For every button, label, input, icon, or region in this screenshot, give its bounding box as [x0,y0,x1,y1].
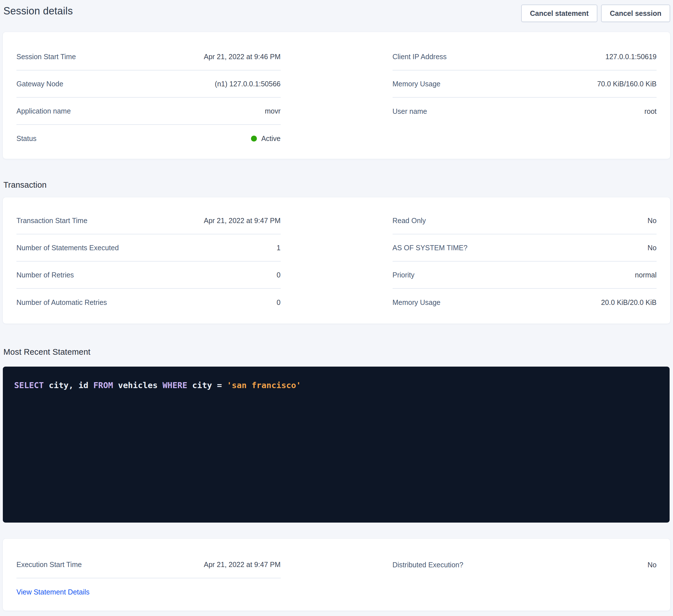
execution-right-column: Distributed Execution? No [393,551,657,606]
sql-statement-box: SELECT city, id FROM vehicles WHERE city… [3,367,670,523]
sql-text: vehicles [113,380,163,390]
view-statement-details-row: View Statement Details [16,578,281,606]
row-label: Number of Retries [16,271,74,279]
priority-row: Priority normal [393,262,657,289]
row-value: No [648,244,657,252]
gateway-node-row: Gateway Node (n1) 127.0.0.1:50566 [16,70,281,98]
gateway-node-link[interactable]: (n1) 127.0.0.1:50566 [215,80,280,88]
row-value: Apr 21, 2022 at 9:47 PM [204,217,280,225]
cancel-statement-button[interactable]: Cancel statement [521,5,597,22]
transaction-heading: Transaction [3,180,673,190]
cancel-session-button[interactable]: Cancel session [601,5,670,22]
memory-usage-row: Memory Usage 70.0 KiB/160.0 KiB [393,70,657,98]
page-title: Session details [3,5,73,18]
status-badge: Active [251,134,280,143]
number-of-retries-row: Number of Retries 0 [16,262,281,289]
sql-keyword: FROM [93,380,113,390]
row-value: 1 [277,244,281,252]
read-only-row: Read Only No [393,207,657,234]
row-label: Number of Automatic Retries [16,298,107,307]
row-value: 0 [277,271,281,279]
statements-executed-row: Number of Statements Executed 1 [16,234,281,262]
row-value: 70.0 KiB/160.0 KiB [597,80,657,88]
row-value: No [648,217,657,225]
view-statement-details-link[interactable]: View Statement Details [16,588,89,596]
row-label: Session Start Time [16,53,76,61]
row-label: Client IP Address [393,53,447,61]
application-name-row: Application name movr [16,98,281,125]
row-label: User name [393,107,427,115]
sql-keyword: WHERE [163,380,187,390]
sql-text: city, id [44,380,93,390]
sql-text: city = [187,380,227,390]
row-label: Number of Statements Executed [16,244,119,252]
execution-start-time-row: Execution Start Time Apr 21, 2022 at 9:4… [16,551,281,578]
row-value: normal [635,271,657,279]
row-label: Read Only [393,217,426,225]
active-status-dot-icon [251,135,257,141]
row-value: Apr 21, 2022 at 9:47 PM [204,561,280,569]
row-label: Distributed Execution? [393,561,463,569]
session-start-time-row: Session Start Time Apr 21, 2022 at 9:46 … [16,43,281,70]
automatic-retries-row: Number of Automatic Retries 0 [16,289,281,316]
status-row: Status Active [16,125,281,152]
execution-card: Execution Start Time Apr 21, 2022 at 9:4… [3,539,670,611]
sql-keyword: SELECT [14,380,44,390]
session-summary-card: Session Start Time Apr 21, 2022 at 9:46 … [3,32,670,159]
header-actions: Cancel statement Cancel session [521,5,670,22]
transaction-left-column: Transaction Start Time Apr 21, 2022 at 9… [16,207,281,316]
row-label: Memory Usage [393,80,441,88]
client-ip-row: Client IP Address 127.0.0.1:50619 [393,43,657,70]
row-value: 20.0 KiB/20.0 KiB [601,298,657,307]
session-summary-right-column: Client IP Address 127.0.0.1:50619 Memory… [393,43,657,152]
page-header: Session details Cancel statement Cancel … [0,0,673,22]
session-summary-left-column: Session Start Time Apr 21, 2022 at 9:46 … [16,43,281,152]
row-value: 0 [277,298,281,307]
row-label: Application name [16,107,71,115]
transaction-start-time-row: Transaction Start Time Apr 21, 2022 at 9… [16,207,281,234]
row-value: Apr 21, 2022 at 9:46 PM [204,53,280,61]
row-label: Transaction Start Time [16,217,87,225]
row-value: No [648,561,657,569]
row-value: movr [265,107,281,115]
row-label: Status [16,134,36,143]
row-label: AS OF SYSTEM TIME? [393,244,468,252]
as-of-system-time-row: AS OF SYSTEM TIME? No [393,234,657,262]
user-name-row: User name root [393,98,657,125]
status-text: Active [261,134,280,143]
execution-left-column: Execution Start Time Apr 21, 2022 at 9:4… [16,551,281,606]
distributed-execution-row: Distributed Execution? No [393,551,657,578]
sql-statement-code: SELECT city, id FROM vehicles WHERE city… [14,380,658,391]
transaction-memory-usage-row: Memory Usage 20.0 KiB/20.0 KiB [393,289,657,316]
row-label: Execution Start Time [16,561,82,569]
row-label: Priority [393,271,415,279]
row-label: Gateway Node [16,80,63,88]
row-value: 127.0.0.1:50619 [605,53,657,61]
most-recent-statement-heading: Most Recent Statement [3,347,673,357]
row-label: Memory Usage [393,298,441,307]
transaction-right-column: Read Only No AS OF SYSTEM TIME? No Prior… [393,207,657,316]
sql-string-literal: 'san francisco' [227,380,301,390]
transaction-card: Transaction Start Time Apr 21, 2022 at 9… [3,197,670,324]
row-value: root [644,107,657,115]
session-details-page: Session details Cancel statement Cancel … [0,0,673,616]
